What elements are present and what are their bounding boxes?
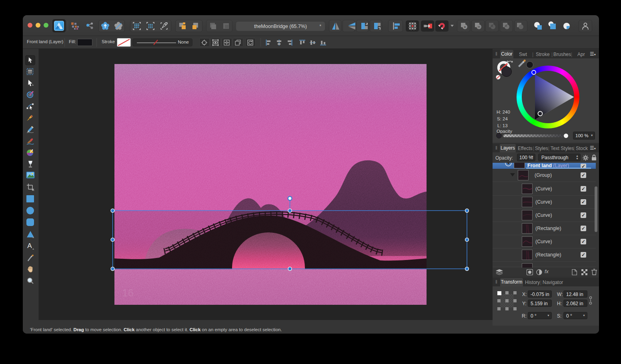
svg-text:+: +: [464, 25, 466, 29]
svg-text:−: −: [478, 24, 480, 29]
svg-text:A: A: [27, 242, 32, 250]
